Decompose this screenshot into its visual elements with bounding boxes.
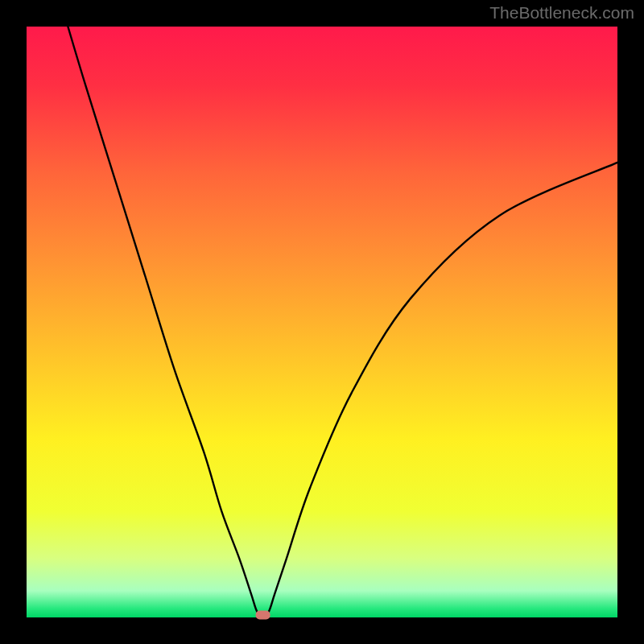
- bottleneck-chart: [0, 0, 644, 644]
- chart-frame: TheBottleneck.com: [0, 0, 644, 644]
- optimum-marker: [256, 611, 270, 620]
- plot-background: [27, 27, 617, 617]
- watermark-text: TheBottleneck.com: [489, 3, 634, 23]
